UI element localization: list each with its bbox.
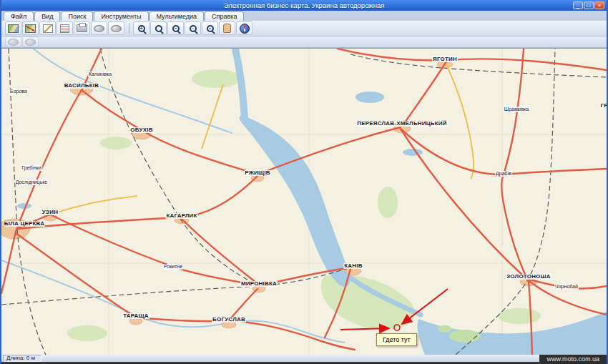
map-icon: [8, 24, 19, 33]
urban-layer: [1, 61, 537, 328]
route-icon: [25, 24, 36, 33]
zoom-out-button[interactable]: −: [167, 21, 184, 35]
toolbar-main: +−▫▪: [1, 21, 607, 36]
zoom-in-button[interactable]: +: [133, 21, 149, 35]
zoom-in-icon: +: [138, 25, 145, 32]
menu-bar: ФайлВидПоискИнструментыМультимедиаСправк…: [1, 11, 607, 21]
map-viewport[interactable]: ВасильківКалинівкаБороваОбухівРжищівПере…: [1, 48, 607, 355]
compass-button[interactable]: [236, 21, 252, 35]
legend-button[interactable]: [57, 21, 73, 35]
hand-icon: [223, 24, 231, 33]
legend-icon: [60, 24, 69, 33]
clear-button[interactable]: [108, 21, 124, 35]
app-window: Электронная бизнес-карта. Украина автодо…: [0, 0, 608, 364]
toolbar-secondary: [1, 36, 607, 48]
cloud-icon: [111, 25, 122, 32]
maximize-button[interactable]: □: [584, 1, 594, 9]
menu-item-view[interactable]: Вид: [34, 11, 60, 21]
annotation-tooltip: Гдето тут: [376, 333, 417, 346]
secondary-tool-2[interactable]: [22, 36, 39, 47]
menu-item-search[interactable]: Поиск: [61, 11, 93, 21]
printer-icon: [77, 24, 87, 32]
eraser-icon: [94, 25, 104, 32]
map-canvas: [1, 49, 607, 355]
watermark-text: www.moto.com.ua: [539, 355, 607, 364]
window-title: Электронная бизнес-карта. Украина автодо…: [224, 0, 385, 11]
ruler-icon: [43, 24, 53, 33]
title-bar[interactable]: Электронная бизнес-карта. Украина автодо…: [1, 0, 607, 11]
toolbar-separator: [129, 23, 129, 34]
cloud-icon: [25, 39, 36, 46]
window-controls: _ □ ×: [573, 1, 604, 9]
status-bar: Длина: 0 м: [1, 355, 607, 362]
minimize-button[interactable]: _: [573, 1, 583, 9]
zoom-fit-button[interactable]: ▪: [202, 21, 218, 35]
zoom-region-icon: ▫: [190, 25, 197, 32]
secondary-tool-1[interactable]: [5, 36, 21, 47]
eraser-icon: [8, 39, 19, 46]
compass-icon: [240, 24, 250, 34]
magnifier-icon: [155, 25, 162, 32]
length-status: Длина: 0 м: [3, 355, 41, 363]
menu-item-tools[interactable]: Инструменты: [94, 11, 148, 21]
menu-item-help[interactable]: Справка: [205, 11, 244, 21]
map-button[interactable]: [5, 21, 21, 35]
measure-button[interactable]: [39, 21, 56, 35]
zoom-region-button[interactable]: ▫: [185, 21, 201, 35]
menu-item-file[interactable]: Файл: [4, 11, 34, 21]
print-button[interactable]: [74, 21, 90, 35]
erase-button[interactable]: [91, 21, 107, 35]
close-button[interactable]: ×: [594, 1, 604, 9]
zoom-select-button[interactable]: [150, 21, 167, 35]
pan-button[interactable]: [219, 21, 235, 35]
zoom-fit-icon: ▪: [207, 25, 214, 32]
menu-item-multimedia[interactable]: Мультимедиа: [149, 11, 205, 21]
route-button[interactable]: [22, 21, 39, 35]
zoom-out-icon: −: [172, 25, 180, 32]
